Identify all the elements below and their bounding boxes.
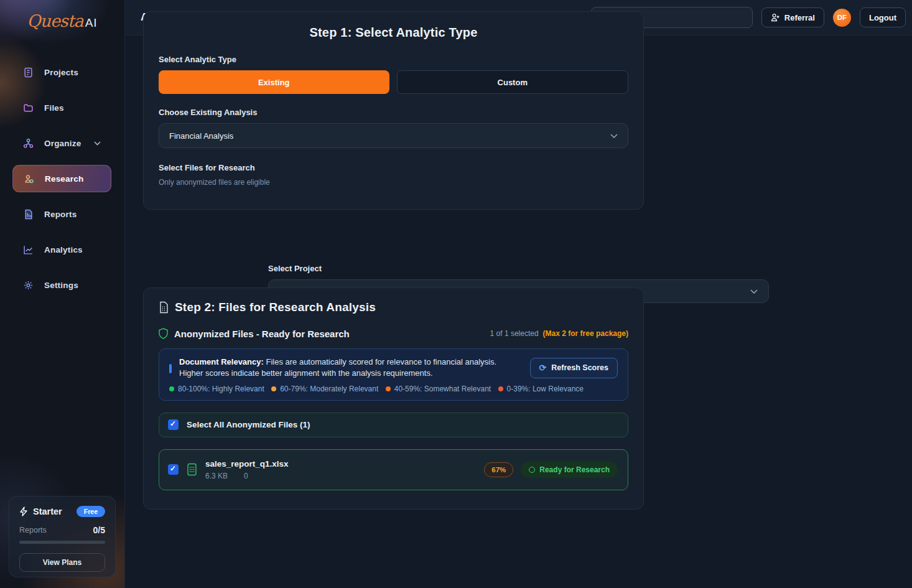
brand-suffix: AI: [85, 16, 98, 29]
legend-dot: [386, 386, 391, 391]
plan-badge: Free: [77, 506, 105, 517]
sidebar-item-files[interactable]: Files: [0, 90, 124, 126]
legend-dot: [498, 386, 503, 391]
anonymized-files-title: Anonymized Files - Ready for Research: [174, 329, 350, 339]
file-row[interactable]: sales_report_q1.xlsx 6.3 KB 0 67% Ready …: [159, 449, 628, 490]
view-plans-button[interactable]: View Plans: [19, 553, 105, 572]
select-files-label: Select Files for Research: [159, 163, 628, 172]
sidebar-item-projects[interactable]: Projects: [0, 55, 124, 90]
status-badge: Ready for Research: [521, 462, 618, 478]
legend-item: 80-100%: Highly Relevant: [169, 385, 264, 393]
sidebar-item-label: Analytics: [44, 245, 83, 254]
reports-icon: [23, 209, 34, 220]
brand-name: Questa: [27, 11, 83, 30]
file-name: sales_report_q1.xlsx: [205, 459, 289, 469]
refresh-label: Refresh Scores: [551, 363, 608, 372]
selected-count: 1 of 1 selected: [490, 329, 539, 338]
gear-icon: [23, 280, 34, 291]
analytics-icon: [23, 245, 34, 255]
plan-name: Starter: [33, 506, 62, 516]
chevron-down-icon: [610, 134, 618, 138]
files-eligibility-hint: Only anonymized files are eligible: [159, 178, 628, 187]
info-accent-bar: [169, 364, 172, 373]
relevancy-description: Document Relevancy: Files are automatica…: [179, 357, 523, 380]
step2-title: Step 2: Files for Research Analysis: [175, 301, 376, 314]
files-icon: [23, 103, 34, 113]
plan-card: Starter Free Reports 0/5 View Plans: [9, 496, 116, 577]
select-all-checkbox[interactable]: [168, 419, 179, 430]
organize-icon: [23, 138, 34, 149]
refresh-scores-button[interactable]: ⟳ Refresh Scores: [530, 358, 618, 378]
sidebar-item-organize[interactable]: Organize: [0, 126, 124, 161]
custom-type-button[interactable]: Custom: [397, 70, 629, 94]
sidebar-item-label: Reports: [44, 210, 77, 219]
analytic-type-label: Select Analytic Type: [159, 55, 628, 64]
plan-usage-value: 0/5: [93, 525, 105, 535]
sidebar-item-research[interactable]: Research: [12, 165, 111, 192]
sidebar-item-label: Projects: [44, 68, 78, 77]
avatar[interactable]: DF: [833, 9, 851, 27]
analysis-select[interactable]: Financial Analysis: [159, 123, 628, 148]
chevron-down-icon: [94, 141, 101, 146]
max-files-note: (Max 2 for free package): [543, 329, 628, 338]
legend-dot: [271, 386, 276, 391]
chevron-down-icon: [750, 289, 758, 294]
relevancy-heading: Document Relevancy:: [179, 357, 264, 366]
relevancy-info-box: Document Relevancy: Files are automatica…: [159, 348, 628, 401]
file-count: 0: [244, 472, 248, 480]
relevancy-legend: 80-100%: Highly Relevant 60-79%: Moderat…: [169, 385, 618, 393]
document-icon: [159, 301, 169, 314]
file-size: 6.3 KB: [205, 472, 228, 480]
sidebar-item-label: Organize: [44, 139, 81, 148]
step2-card: Step 2: Files for Research Analysis Anon…: [143, 287, 644, 510]
plan-usage-label: Reports: [19, 526, 47, 534]
sidebar-nav: Projects Files Organize Research Reports…: [0, 55, 124, 303]
brand-logo: QuestaAI: [0, 11, 124, 30]
projects-icon: [23, 67, 34, 78]
step1-card: Step 1: Select Analytic Type Select Anal…: [143, 11, 644, 210]
usage-progress-bar: [19, 541, 105, 544]
sidebar-item-reports[interactable]: Reports: [0, 197, 124, 232]
sidebar-item-analytics[interactable]: Analytics: [0, 232, 124, 268]
spreadsheet-file-icon: [187, 463, 197, 476]
research-icon: [24, 174, 34, 184]
sidebar-item-label: Settings: [44, 281, 78, 290]
file-checkbox[interactable]: [168, 464, 179, 475]
analysis-select-value: Financial Analysis: [169, 131, 233, 141]
legend-item: 40-59%: Somewhat Relevant: [386, 385, 491, 393]
status-ring-icon: [529, 467, 535, 473]
legend-item: 60-79%: Moderately Relevant: [271, 385, 378, 393]
existing-type-button[interactable]: Existing: [159, 70, 389, 94]
legend-dot: [169, 386, 174, 391]
referral-label: Referral: [784, 13, 815, 22]
legend-item: 0-39%: Low Relevance: [498, 385, 584, 393]
sidebar: QuestaAI Projects Files Organize Researc…: [0, 0, 125, 588]
select-all-row[interactable]: Select All Anonymized Files (1): [159, 413, 628, 437]
sidebar-item-label: Files: [44, 103, 64, 113]
sidebar-item-label: Research: [45, 174, 83, 184]
relevancy-score-badge: 67%: [484, 462, 513, 477]
person-add-icon: [771, 13, 780, 22]
logout-button[interactable]: Logout: [860, 7, 906, 27]
shield-icon: [159, 328, 168, 339]
select-project-label: Select Project: [268, 264, 322, 273]
referral-button[interactable]: Referral: [761, 7, 824, 27]
sidebar-item-settings[interactable]: Settings: [0, 268, 124, 303]
select-all-label: Select All Anonymized Files (1): [187, 420, 310, 429]
refresh-icon: ⟳: [539, 363, 547, 373]
lightning-icon: [19, 506, 28, 516]
step1-title: Step 1: Select Analytic Type: [159, 26, 628, 40]
choose-analysis-label: Choose Existing Analysis: [159, 108, 628, 117]
